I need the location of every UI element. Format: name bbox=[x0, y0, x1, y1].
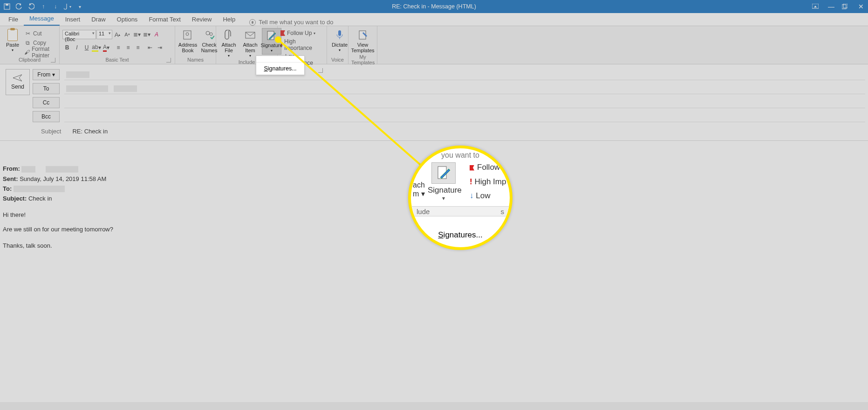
redo-icon[interactable] bbox=[27, 2, 35, 11]
callout-dot bbox=[275, 36, 281, 43]
attach-file-button[interactable]: Attach File▾ bbox=[219, 28, 239, 59]
indent-button[interactable]: ⇥ bbox=[155, 43, 164, 52]
zoom-excl-icon: ! bbox=[470, 177, 472, 186]
send-button[interactable]: Send bbox=[6, 69, 30, 95]
high-importance-button[interactable]: !High Importance bbox=[280, 37, 324, 52]
attach-file-label: Attach File bbox=[221, 42, 236, 53]
tab-review[interactable]: Review bbox=[186, 14, 218, 26]
compose-header: Send From ▾ To Cc Bcc Subject RE: Ch bbox=[0, 64, 868, 141]
attach-item-button[interactable]: Attach Item▾ bbox=[240, 28, 260, 59]
font-color-button[interactable]: A▾ bbox=[102, 43, 111, 52]
from-field[interactable] bbox=[64, 69, 865, 80]
tags-launcher-icon[interactable] bbox=[318, 68, 323, 73]
svg-rect-3 bbox=[842, 5, 846, 9]
group-clipboard: Paste ▾ ✂Cut ⧉Copy 🖌Format Painter Clipb… bbox=[0, 26, 60, 64]
align-left-button[interactable]: ≡ bbox=[114, 43, 123, 52]
clipboard-launcher-icon[interactable] bbox=[51, 58, 55, 63]
copy-icon: ⧉ bbox=[24, 40, 31, 46]
address-book-label: Address Book bbox=[178, 42, 197, 53]
subject-field[interactable]: RE: Check in bbox=[72, 128, 108, 135]
ribbon-display-icon[interactable] bbox=[812, 4, 820, 9]
templates-group-label: My Templates bbox=[351, 54, 375, 65]
down-arrow-icon[interactable]: ↓ bbox=[51, 2, 60, 11]
maximize-icon[interactable] bbox=[842, 4, 850, 9]
zoom-include-fragment: lude bbox=[417, 208, 430, 215]
to-button[interactable]: To bbox=[33, 83, 60, 94]
signatures-menuitem-rest: ignatures... bbox=[268, 65, 297, 72]
cut-label: Cut bbox=[33, 30, 42, 37]
basictext-launcher-icon[interactable] bbox=[166, 58, 171, 63]
cut-button[interactable]: ✂Cut bbox=[24, 29, 56, 38]
save-icon[interactable] bbox=[3, 2, 11, 11]
names-group-label: Names bbox=[187, 57, 204, 63]
tab-formattext[interactable]: Format Text bbox=[143, 14, 186, 26]
bcc-button[interactable]: Bcc bbox=[33, 111, 60, 122]
voice-group-label: Voice bbox=[331, 57, 344, 63]
signature-menu-blank[interactable] bbox=[256, 56, 304, 63]
outdent-button[interactable]: ⇤ bbox=[145, 43, 155, 52]
subject-label: Subject bbox=[41, 128, 61, 135]
title-bar: ↑ ↓ ▾ ▾ RE: Check in - Message (HTML) — … bbox=[0, 0, 868, 13]
font-size-select[interactable]: 11 bbox=[96, 30, 112, 39]
paste-button[interactable]: Paste ▾ bbox=[3, 28, 22, 54]
grow-font-button[interactable]: A▴ bbox=[113, 30, 122, 39]
svg-point-7 bbox=[206, 31, 210, 35]
view-templates-button[interactable]: View Templates bbox=[351, 28, 374, 54]
minimize-icon[interactable]: — bbox=[827, 3, 835, 10]
highlight-button[interactable]: ab▾ bbox=[92, 43, 101, 52]
copy-label: Copy bbox=[33, 40, 46, 46]
shrink-font-button[interactable]: A▾ bbox=[123, 30, 132, 39]
cc-button[interactable]: Cc bbox=[33, 97, 60, 108]
address-book-icon bbox=[182, 29, 194, 41]
tab-draw[interactable]: Draw bbox=[86, 14, 111, 26]
font-name-select[interactable]: Calibri (Boc bbox=[62, 30, 96, 39]
close-icon[interactable]: ✕ bbox=[857, 3, 865, 10]
quoted-line3: Thanks, talk soon. bbox=[3, 242, 865, 249]
paste-label: Paste bbox=[6, 42, 19, 48]
high-importance-label: High Importance bbox=[284, 38, 324, 51]
send-icon bbox=[13, 74, 23, 82]
clipboard-group-label: Clipboard bbox=[19, 57, 41, 63]
zoom-signature-label: Signature bbox=[428, 186, 459, 195]
dictate-button[interactable]: Dictate▾ bbox=[330, 28, 349, 54]
zoom-attach-fragment: ach m ▾ bbox=[413, 181, 425, 198]
tab-options[interactable]: Options bbox=[111, 14, 144, 26]
view-templates-label: View Templates bbox=[351, 42, 374, 53]
group-basictext: Calibri (Boc 11 A▴ A▾ ≣▾ ≣▾ A B I U ab▾ … bbox=[60, 26, 175, 64]
italic-button[interactable]: I bbox=[72, 43, 82, 52]
align-center-button[interactable]: ≡ bbox=[123, 43, 133, 52]
paperclip-icon bbox=[223, 29, 235, 41]
svg-rect-4 bbox=[843, 4, 847, 8]
redacted-block bbox=[114, 85, 137, 92]
signatures-menu-item[interactable]: Signatures... bbox=[256, 63, 304, 75]
svg-rect-11 bbox=[338, 30, 341, 36]
up-arrow-icon[interactable]: ↑ bbox=[39, 2, 48, 11]
flag-icon bbox=[280, 30, 285, 36]
from-button[interactable]: From ▾ bbox=[33, 69, 60, 80]
qat-more-icon[interactable]: ▾ bbox=[75, 2, 84, 11]
svg-rect-1 bbox=[6, 4, 8, 6]
tab-insert[interactable]: Insert bbox=[60, 14, 86, 26]
follow-up-button[interactable]: Follow Up▾ bbox=[280, 29, 315, 37]
tab-message[interactable]: Message bbox=[24, 13, 60, 26]
align-right-button[interactable]: ≡ bbox=[133, 43, 143, 52]
redacted-block bbox=[66, 85, 108, 92]
to-field[interactable] bbox=[64, 83, 865, 94]
clear-format-button[interactable]: A bbox=[152, 30, 161, 39]
tab-help[interactable]: Help bbox=[217, 14, 241, 26]
address-book-button[interactable]: Address Book bbox=[178, 28, 198, 54]
tab-file[interactable]: File bbox=[3, 14, 24, 26]
format-painter-button[interactable]: 🖌Format Painter bbox=[24, 48, 56, 57]
numbering-button[interactable]: ≣▾ bbox=[142, 30, 151, 39]
group-names: Address Book Check Names Names bbox=[175, 26, 216, 64]
bold-button[interactable]: B bbox=[62, 43, 72, 52]
window-title: RE: Check in - Message (HTML) bbox=[392, 3, 476, 10]
cc-field[interactable] bbox=[64, 97, 865, 108]
tell-me-search[interactable]: Tell me what you want to do bbox=[249, 19, 333, 26]
bullets-button[interactable]: ≣▾ bbox=[132, 30, 142, 39]
underline-button[interactable]: U bbox=[82, 43, 91, 52]
include-group-label: Include bbox=[239, 59, 255, 65]
bcc-field[interactable] bbox=[64, 111, 865, 122]
attach-qat-icon[interactable]: ▾ bbox=[63, 2, 72, 11]
undo-icon[interactable] bbox=[15, 2, 23, 11]
